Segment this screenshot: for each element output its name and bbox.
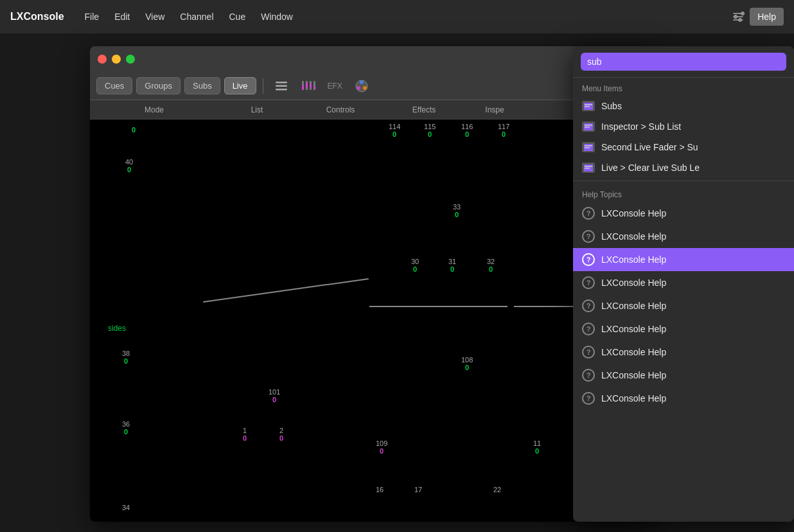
result-second-live-fader[interactable]: Second Live Fader > Su [573,137,794,157]
help-text-6: LXConsole Help [601,347,666,357]
ch-group-17: 17 [414,486,422,493]
maximize-button[interactable] [126,55,135,64]
svg-point-0 [741,12,745,15]
cues-button[interactable]: Cues [96,77,132,94]
stage-line-1 [203,278,369,303]
menu-help[interactable]: Help [750,8,784,26]
svg-rect-5 [276,89,287,91]
result-text-inspector-sub: Inspector > Sub List [601,121,681,132]
subs-button[interactable]: Subs [184,77,220,94]
search-input[interactable] [581,53,786,71]
help-item-0[interactable]: ? LXConsole Help [573,202,794,225]
help-item-6[interactable]: ? LXConsole Help [573,341,794,364]
help-circle-icon-8: ? [582,392,595,405]
ch-group-22: 22 [493,486,501,493]
ch-num: 2 [279,427,283,434]
ch-num: 34 [122,504,130,511]
help-text-8: LXConsole Help [601,393,666,403]
result-text-live-clear: Live > Clear Live Sub Le [601,163,700,173]
toolbar: Cues Groups Subs Live [90,72,655,100]
svg-rect-25 [585,145,592,146]
svg-rect-9 [306,82,308,88]
stage-area: 0 114 0 115 0 116 0 117 0 40 0 33 0 [90,120,655,522]
help-item-5[interactable]: ? LXConsole Help [573,317,794,341]
menu-view[interactable]: View [137,8,172,26]
ch-group-117: 117 0 [498,123,509,138]
ch-val: 0 [535,447,539,455]
ch-group-11: 11 0 [533,439,541,455]
close-button[interactable] [98,55,107,64]
ch-num: 32 [487,258,495,265]
titlebar [90,46,655,72]
minimize-button[interactable] [112,55,121,64]
menu-icon[interactable] [270,76,293,96]
column-headers: Mode List Controls Effects Inspe [90,100,655,120]
result-inspector-sub-list[interactable]: Inspector > Sub List [573,116,794,137]
search-bar [573,46,794,78]
ch-val: 0 [124,357,128,365]
ch-val: 0 [465,130,469,138]
menu-icon-subs [582,101,595,111]
sliders-icon[interactable] [297,76,320,96]
ch-num: 31 [448,258,456,265]
menu-edit[interactable]: Edit [107,8,137,26]
help-item-2[interactable]: ? LXConsole Help [573,248,794,271]
menu-channel[interactable]: Channel [172,8,221,26]
svg-point-16 [363,86,367,90]
ch-val: 0 [502,130,506,138]
result-subs[interactable]: Subs [573,96,794,116]
help-circle-icon-1: ? [582,230,595,243]
efx-button[interactable]: EFX [324,76,346,96]
col-inspector: Inspe [463,105,527,114]
ch-group-114: 114 0 [389,123,400,138]
menu-window[interactable]: Window [253,8,301,26]
ch-num: 33 [453,203,461,211]
menu-file[interactable]: File [77,8,107,26]
help-circle-icon-4: ? [582,299,595,312]
groups-button[interactable]: Groups [136,77,181,94]
help-item-1[interactable]: ? LXConsole Help [573,225,794,248]
svg-rect-23 [585,127,590,128]
color-icon[interactable] [350,76,373,96]
section-help-topics-label: Help Topics [573,184,794,202]
menu-cue[interactable]: Cue [222,8,254,26]
ch-val: 0 [127,166,131,173]
main-window: Cues Groups Subs Live [90,46,655,522]
ch-num: 17 [414,486,422,493]
ch-val: 0 [243,434,247,442]
ch-num: 38 [122,350,130,357]
app-name: LXConsole [10,11,64,22]
help-item-8[interactable]: ? LXConsole Help [573,387,794,410]
tools-icon[interactable] [727,5,750,28]
help-panel: Menu Items Subs Inspector > Sub List Sec… [573,46,794,522]
svg-rect-13 [313,86,315,89]
help-text-2: LXConsole Help [601,254,666,265]
toolbar-separator-1 [263,78,263,94]
svg-rect-22 [585,125,592,126]
help-circle-icon-3: ? [582,276,595,289]
ch-group-36: 36 0 [122,420,130,436]
ch-num: 11 [533,439,541,447]
help-circle-icon-0: ? [582,207,595,220]
ch-group-34: 34 [122,504,130,511]
help-item-4[interactable]: ? LXConsole Help [573,294,794,317]
ch-num: 108 [461,356,473,364]
svg-rect-26 [585,147,590,148]
section-menu-items-label: Menu Items [573,78,794,96]
ch-num: 1 [243,427,247,434]
help-circle-icon-7: ? [582,369,595,382]
ch-val: 0 [132,126,136,134]
result-live-clear[interactable]: Live > Clear Live Sub Le [573,157,794,178]
help-item-7[interactable]: ? LXConsole Help [573,364,794,387]
svg-point-2 [739,19,742,22]
svg-rect-28 [585,166,592,167]
ch-group-116: 116 0 [461,123,473,138]
live-button[interactable]: Live [224,77,256,94]
ch-val: 0 [380,447,384,455]
col-effects: Effects [385,105,463,114]
help-item-3[interactable]: ? LXConsole Help [573,271,794,294]
col-mode: Mode [90,105,218,114]
menubar: LXConsole File Edit View Channel Cue Win… [0,0,794,33]
menu-icon-inspector-sub [582,121,595,132]
ch-val: 0 [393,130,396,138]
